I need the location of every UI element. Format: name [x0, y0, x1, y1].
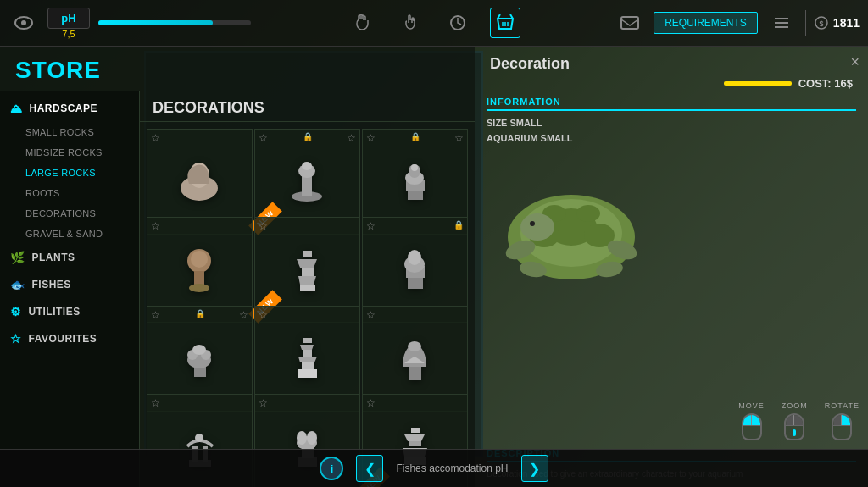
bottom-bar: i ❮ Fishes accomodation pH ❯	[0, 449, 868, 487]
star-12[interactable]: ☆	[366, 397, 376, 409]
item-2-shape	[270, 145, 343, 218]
item-2-icons: ☆ 🔒 ☆	[255, 130, 359, 147]
item-8-icons: ☆	[255, 307, 359, 324]
svg-marker-27	[298, 276, 316, 285]
toolbar-center	[348, 8, 520, 38]
favourites-label: FAVOURITES	[29, 333, 97, 345]
zoom-mouse-icon	[784, 413, 804, 440]
svg-point-14	[302, 162, 312, 170]
star-10[interactable]: ☆	[151, 397, 160, 409]
lock-6: 🔒	[453, 220, 464, 230]
fishes-label: FISHES	[32, 279, 71, 291]
item-9-shape	[378, 322, 451, 395]
svg-point-49	[195, 434, 203, 442]
rotate-mouse-right	[842, 415, 850, 425]
zoom-mouse-right	[794, 415, 803, 425]
info-button[interactable]: i	[320, 457, 343, 480]
star-6[interactable]: ☆	[366, 220, 376, 232]
svg-rect-28	[300, 285, 315, 291]
svg-rect-40	[303, 350, 312, 357]
sidebar-item-midsize-rocks[interactable]: MIDSIZE ROCKS	[0, 142, 139, 163]
svg-rect-42	[302, 362, 314, 369]
basket-icon[interactable]	[490, 8, 520, 38]
store-title: STORE	[0, 47, 475, 91]
item-3-shape	[378, 145, 451, 218]
detail-title: Decoration	[475, 47, 868, 77]
hardscape-label: HARDSCAPE	[30, 102, 98, 114]
divider	[805, 10, 806, 36]
plants-label: PLANTS	[32, 252, 75, 263]
list-icon[interactable]	[766, 8, 797, 38]
cost-bar	[724, 81, 792, 86]
sidebar-item-small-rocks[interactable]: SMALL ROCKS	[0, 122, 139, 142]
detail-close-button[interactable]: ×	[850, 53, 860, 71]
sidebar-item-gravel-sand[interactable]: GRAVEL & SAND	[0, 224, 139, 244]
utilities-label: UTILITIES	[29, 306, 81, 318]
lock-2: 🔒	[303, 132, 313, 141]
lock-7: 🔒	[195, 309, 205, 318]
sidebar-item-utilities[interactable]: ⚙ UTILITIES	[0, 298, 139, 325]
utilities-icon: ⚙	[10, 305, 22, 318]
info-section-title: INFORMATION	[487, 97, 856, 111]
star-8[interactable]: ☆	[259, 309, 268, 321]
wave-icon[interactable]	[348, 8, 378, 38]
ph-value: 7,5	[62, 29, 75, 39]
toolbar-left: pH 7,5	[0, 8, 348, 39]
sidebar-item-fishes[interactable]: 🐟 FISHES	[0, 271, 139, 298]
star-11[interactable]: ☆	[259, 397, 268, 409]
hand-icon[interactable]	[395, 8, 426, 38]
star-3b[interactable]: ☆	[454, 132, 464, 144]
eye-icon[interactable]	[8, 8, 39, 38]
cost-text: COST: 16$	[798, 77, 853, 90]
svg-rect-24	[303, 251, 312, 257]
svg-point-68	[530, 221, 535, 226]
sidebar-item-roots[interactable]: ROOTS	[0, 183, 139, 203]
item-1-shape	[163, 145, 236, 218]
sidebar-item-hardscape[interactable]: ⛰ HARDSCAPE	[0, 95, 139, 122]
star-2[interactable]: ☆	[259, 132, 268, 144]
item-9-icons: ☆	[363, 307, 467, 324]
item-8-shape	[270, 322, 343, 395]
feed-icon[interactable]	[442, 8, 473, 38]
star-3[interactable]: ☆	[366, 132, 376, 144]
ph-progress-fill	[98, 20, 213, 25]
mail-icon[interactable]	[615, 8, 645, 38]
sidebar-item-decorations[interactable]: DECORATIONS	[0, 203, 139, 224]
star-2b[interactable]: ☆	[347, 132, 356, 144]
requirements-button[interactable]: REQUIREMENTS	[654, 12, 758, 34]
star-9[interactable]: ☆	[366, 309, 376, 321]
hardscape-icon: ⛰	[10, 102, 23, 115]
next-button[interactable]: ❯	[521, 455, 548, 482]
item-4-shape	[163, 234, 236, 307]
star-7[interactable]: ☆	[151, 309, 160, 321]
star-7b[interactable]: ☆	[239, 309, 248, 321]
star-5[interactable]: ☆	[259, 220, 268, 232]
svg-point-23	[189, 284, 209, 292]
store-panel: STORE ⛰ HARDSCAPE SMALL ROCKS MIDSIZE RO…	[0, 47, 475, 487]
item-6-shape	[378, 234, 451, 307]
size-label: SIZE SMALL AQUARIUM SMALL	[487, 116, 856, 146]
sidebar-item-large-rocks[interactable]: LARGE ROCKS	[0, 163, 139, 183]
cost-row: COST: 16$	[475, 77, 868, 97]
item-6-icons: ☆ 🔒	[363, 218, 467, 235]
move-label: MOVE	[738, 401, 765, 410]
star-4[interactable]: ☆	[151, 220, 160, 232]
item-11-icons: ☆	[255, 395, 359, 412]
svg-point-21	[191, 251, 208, 268]
rotate-mouse-left	[833, 415, 842, 425]
controls-row: MOVE ZOOM ROTATE	[738, 401, 860, 440]
prev-button[interactable]: ❮	[356, 455, 383, 482]
svg-point-37	[192, 345, 206, 355]
sidebar-item-plants[interactable]: 🌿 PLANTS	[0, 244, 139, 271]
money-display: $ 1811	[815, 16, 860, 30]
sidebar-item-favourites[interactable]: ☆ FAVOURITES	[0, 325, 139, 352]
svg-point-32	[408, 250, 421, 265]
item-7-shape	[163, 322, 236, 395]
svg-rect-43	[298, 369, 317, 378]
star-1[interactable]: ☆	[151, 132, 160, 144]
fishes-icon: 🐟	[10, 278, 25, 291]
svg-marker-39	[300, 345, 314, 350]
ph-progress-bar	[98, 20, 251, 25]
control-rotate: ROTATE	[825, 401, 860, 440]
svg-point-19	[411, 164, 418, 171]
